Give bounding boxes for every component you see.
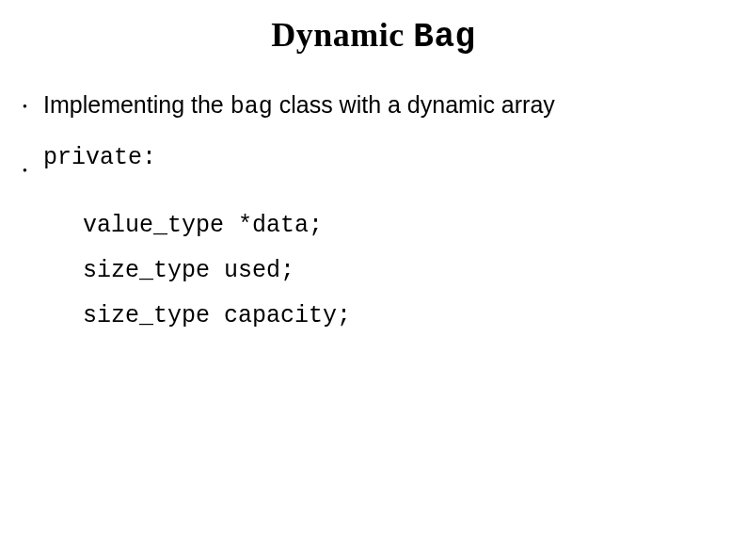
bullet-1-code: bag (230, 93, 273, 120)
slide-title: Dynamic Bag (21, 15, 726, 56)
bullet-1-post: class with a dynamic array (273, 91, 555, 118)
slide: Dynamic Bag ● Implementing the bag class… (0, 0, 747, 560)
code-line-used: size_type used; (43, 257, 726, 285)
bullet-1-pre: Implementing the (43, 91, 230, 118)
code-block-body: value_type *data; size_type used; size_t… (21, 212, 726, 330)
title-word-bag: Bag (413, 18, 475, 56)
bullet-item-1: ● Implementing the bag class with a dyna… (21, 90, 726, 121)
bullet-1-text: Implementing the bag class with a dynami… (43, 90, 555, 121)
code-line-capacity: size_type capacity; (43, 302, 726, 330)
bullet-dot-icon: ● (21, 167, 43, 174)
bullet-item-2: ● private: (21, 144, 726, 189)
code-line-private: private: (43, 144, 156, 172)
title-word-dynamic: Dynamic (271, 16, 413, 54)
code-line-data: value_type *data; (43, 212, 726, 240)
bullet-dot-icon: ● (21, 103, 43, 110)
code-block: private: (43, 144, 156, 189)
